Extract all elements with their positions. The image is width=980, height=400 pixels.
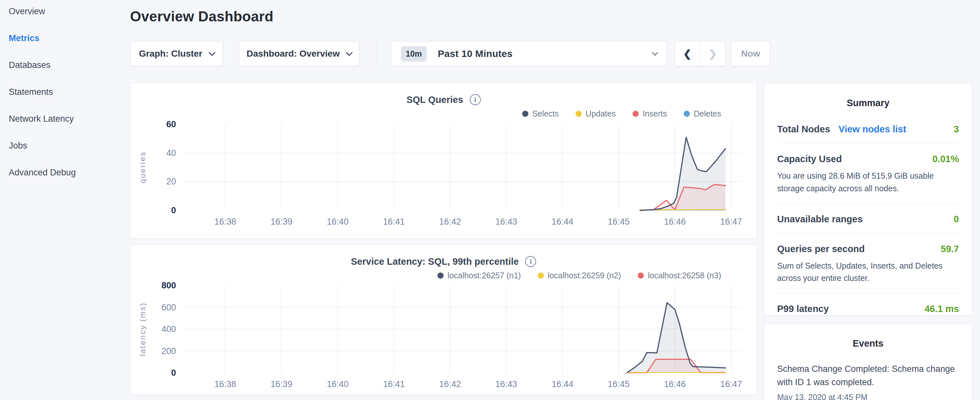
svg-text:16:41: 16:41 [383, 217, 405, 226]
event-message: Schema Change Completed: Schema change w… [777, 362, 959, 389]
now-button[interactable]: Now [731, 41, 770, 66]
svg-text:20: 20 [166, 177, 176, 186]
legend-item: Updates [576, 109, 616, 118]
legend-dot-icon [576, 111, 582, 117]
legend-item: localhost:26258 (n3) [638, 271, 721, 280]
sidebar-item-network-latency[interactable]: Network Latency [9, 114, 129, 124]
svg-text:16:39: 16:39 [270, 217, 293, 226]
svg-text:200: 200 [161, 346, 176, 356]
svg-text:16:45: 16:45 [608, 217, 630, 226]
stat-label: P99 latency [777, 304, 829, 314]
summary-panel: Summary Total Nodes View nodes list 3 Ca… [764, 83, 972, 316]
events-panel: Events Schema Change Completed: Schema c… [764, 324, 972, 400]
main-content: Overview Dashboard Graph: Cluster Dashbo… [129, 0, 760, 25]
svg-text:16:41: 16:41 [383, 379, 405, 389]
sidebar-item-jobs[interactable]: Jobs [9, 141, 129, 151]
event-timestamp: May 13, 2020 at 4:45 PM [777, 392, 959, 400]
stat-description: Sum of Selects, Updates, Inserts, and De… [777, 260, 959, 285]
sql-queries-card: SQL Queries SelectsUpdatesInsertsDeletes… [130, 83, 757, 239]
stat-value: 0.01% [932, 154, 959, 164]
sql-queries-chart[interactable]: 16:3816:3916:4016:4116:4216:4316:4416:45… [130, 120, 757, 237]
time-step-buttons: ❮ ❯ [675, 41, 726, 66]
chart-header: Service Latency: SQL, 99th percentile [130, 255, 757, 268]
legend-item: Inserts [633, 109, 667, 118]
svg-text:16:47: 16:47 [720, 379, 742, 389]
chart-legend: localhost:26257 (n1)localhost:26259 (n2)… [130, 271, 721, 280]
svg-text:16:38: 16:38 [214, 379, 236, 389]
stat-unavailable-ranges: Unavailable ranges 0 [777, 204, 959, 234]
graph-scope-label: Graph: Cluster [139, 49, 202, 59]
stat-value: 0 [954, 214, 959, 225]
stat-value: 59.7 [941, 244, 959, 254]
service-latency-card: Service Latency: SQL, 99th percentile lo… [130, 244, 757, 395]
svg-text:0: 0 [171, 206, 176, 215]
service-latency-chart[interactable]: 16:3816:3916:4016:4116:4216:4316:4416:45… [130, 282, 757, 395]
svg-text:800: 800 [161, 282, 176, 290]
view-nodes-list-link[interactable]: View nodes list [838, 124, 906, 135]
chart-title: Service Latency: SQL, 99th percentile [351, 256, 519, 267]
summary-stats: Total Nodes View nodes list 3 Capacity U… [777, 114, 959, 323]
prev-time-button[interactable]: ❮ [675, 41, 700, 66]
svg-text:40: 40 [166, 148, 176, 158]
stat-queries-per-second: Queries per second 59.7 Sum of Selects, … [777, 234, 959, 294]
events-title: Events [777, 338, 959, 349]
svg-text:16:40: 16:40 [327, 379, 349, 389]
sidebar-item-advanced-debug[interactable]: Advanced Debug [9, 167, 129, 178]
sidebar-item-overview[interactable]: Overview [9, 6, 129, 16]
legend-item: localhost:26259 (n2) [538, 271, 621, 280]
svg-text:16:44: 16:44 [552, 379, 574, 389]
chart-header: SQL Queries [130, 93, 757, 106]
svg-text:16:47: 16:47 [720, 217, 742, 226]
chevron-down-icon [208, 49, 215, 56]
sidebar-item-statements[interactable]: Statements [9, 87, 129, 97]
legend-dot-icon [638, 273, 644, 279]
sidebar-item-databases[interactable]: Databases [9, 60, 129, 70]
stat-label: Unavailable ranges [777, 214, 862, 225]
next-time-button[interactable]: ❯ [700, 41, 725, 66]
svg-text:16:45: 16:45 [608, 379, 630, 389]
sidebar-item-metrics[interactable]: Metrics [9, 33, 129, 43]
chart-title: SQL Queries [406, 94, 463, 105]
legend-dot-icon [522, 111, 528, 117]
stat-p99-latency: P99 latency 46.1 ms [777, 294, 959, 323]
page-title: Overview Dashboard [130, 8, 760, 25]
chevron-down-icon [346, 49, 353, 56]
stat-total-nodes: Total Nodes View nodes list 3 [777, 114, 959, 144]
stat-value: 46.1 ms [925, 304, 959, 314]
chevron-down-icon [652, 49, 658, 55]
svg-text:600: 600 [161, 303, 176, 312]
svg-text:60: 60 [166, 120, 176, 129]
legend-dot-icon [538, 273, 544, 279]
svg-text:0: 0 [171, 368, 176, 378]
legend-dot-icon [684, 111, 690, 117]
svg-text:400: 400 [161, 324, 176, 334]
stat-value: 3 [954, 124, 959, 135]
metrics-page: Overview Metrics Databases Statements Ne… [0, 0, 980, 400]
controls-bar: Graph: Cluster Dashboard: Overview 10m P… [130, 41, 770, 66]
stat-description: You are using 28.6 MiB of 515.9 GiB usab… [777, 170, 959, 195]
svg-text:16:39: 16:39 [270, 379, 293, 389]
dashboard-dropdown[interactable]: Dashboard: Overview [239, 41, 360, 66]
sidebar: Overview Metrics Databases Statements Ne… [0, 0, 129, 400]
time-range-selector[interactable]: 10m Past 10 Minutes [391, 41, 667, 66]
svg-text:16:38: 16:38 [214, 217, 236, 226]
legend-dot-icon [438, 273, 444, 279]
controls-divider [377, 41, 377, 66]
graph-scope-dropdown[interactable]: Graph: Cluster [130, 41, 223, 66]
svg-text:16:43: 16:43 [495, 217, 517, 226]
info-icon[interactable] [470, 94, 481, 105]
svg-text:16:43: 16:43 [495, 379, 517, 389]
legend-item: Deletes [684, 109, 721, 118]
time-window-badge: 10m [401, 46, 427, 62]
svg-text:16:46: 16:46 [664, 217, 686, 226]
stat-label: Total Nodes [777, 124, 830, 135]
svg-text:latency (ms): latency (ms) [138, 302, 147, 356]
time-window-label: Past 10 Minutes [438, 48, 512, 59]
svg-text:queries: queries [138, 151, 147, 183]
info-icon[interactable] [525, 256, 536, 267]
stat-label: Queries per second [777, 244, 865, 254]
legend-item: Selects [522, 109, 559, 118]
svg-text:16:40: 16:40 [327, 217, 349, 226]
summary-title: Summary [777, 98, 959, 108]
chart-legend: SelectsUpdatesInsertsDeletes [130, 109, 721, 118]
